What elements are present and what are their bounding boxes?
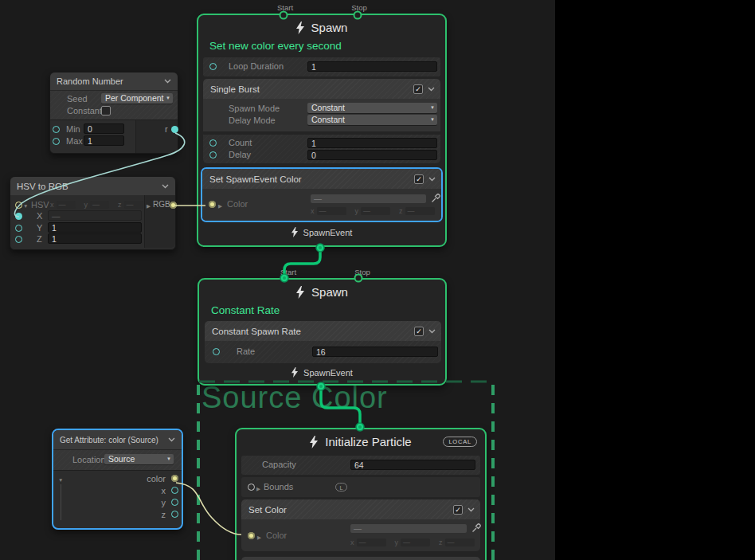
hsv-titlebar[interactable]: HSV to RGB xyxy=(10,177,175,195)
single-burst-checkbox[interactable]: ✓ xyxy=(413,84,423,94)
max-port[interactable] xyxy=(53,138,60,145)
spawn1-subtitle[interactable]: Set new color every second xyxy=(209,40,342,52)
x-field[interactable]: — xyxy=(48,210,142,221)
expand-triangle-icon[interactable]: ▼ xyxy=(58,476,63,484)
expand-triangle-icon[interactable]: ▶ xyxy=(218,202,222,210)
color-gradient-field[interactable]: — xyxy=(350,524,467,533)
color-input-port[interactable] xyxy=(248,532,255,539)
y-input-port[interactable] xyxy=(15,225,22,232)
block-chevron-icon[interactable] xyxy=(428,329,436,334)
r-output-port[interactable] xyxy=(171,126,178,133)
y-mini-field[interactable]: — xyxy=(401,538,430,546)
node-initialize-particle[interactable]: Initialize Particle LOCAL Capacity 64 ▶ … xyxy=(235,428,487,560)
z-mini-field[interactable]: — xyxy=(405,207,435,215)
block-chevron-icon[interactable] xyxy=(467,507,475,512)
z-mini-field[interactable]: — xyxy=(124,201,143,209)
hsv-port[interactable] xyxy=(15,202,22,209)
eyedropper-icon[interactable] xyxy=(471,523,481,533)
x-mini-label: x xyxy=(350,538,354,546)
collapse-chevron-icon[interactable] xyxy=(164,79,171,84)
y-output-port[interactable] xyxy=(171,499,178,506)
set-spawnevent-color-header[interactable]: Set SpawnEvent Color ✓ xyxy=(202,169,441,189)
get-attribute-titlebar[interactable]: Get Attribute: color (Source) xyxy=(53,430,182,449)
constant-spawn-rate-header[interactable]: Constant Spawn Rate ✓ xyxy=(205,321,441,341)
set-color-checkbox[interactable]: ✓ xyxy=(453,505,463,515)
set-color-header[interactable]: Set Color ✓ xyxy=(241,499,480,519)
z-output-port[interactable] xyxy=(171,511,178,518)
single-burst-ports: Count 1 Delay 0 xyxy=(203,135,440,163)
block-chevron-icon[interactable] xyxy=(428,177,436,182)
dropdown-arrow-icon: ▼ xyxy=(166,93,170,104)
min-field[interactable]: 0 xyxy=(84,123,124,134)
x-output-port[interactable] xyxy=(171,487,178,494)
y-mini-field[interactable]: — xyxy=(361,207,390,215)
x-mini-field[interactable]: — xyxy=(57,201,76,209)
expander-guide-line xyxy=(61,484,61,520)
color-gradient-field[interactable]: — xyxy=(311,194,426,203)
block-set-color[interactable]: Set Color ✓ ▶ Color — x— y— z— xyxy=(241,499,480,551)
rate-port[interactable] xyxy=(213,348,220,355)
color-output-label: color xyxy=(147,474,166,484)
single-burst-header[interactable]: Single Burst ✓ xyxy=(203,79,440,99)
x-input-port[interactable] xyxy=(15,213,22,220)
rate-label: Rate xyxy=(237,347,255,356)
z-input-port[interactable] xyxy=(15,236,22,243)
seed-dropdown[interactable]: Per Component▼ xyxy=(101,93,173,104)
location-dropdown[interactable]: Source▼ xyxy=(104,454,174,464)
count-port[interactable] xyxy=(209,139,217,147)
expand-triangle-icon[interactable]: ▼ xyxy=(23,202,28,210)
node-hsv-to-rgb[interactable]: HSV to RGB ▼ HSV x— y— z— X — Y 1 xyxy=(10,176,176,250)
bounds-port[interactable] xyxy=(248,484,255,491)
expand-triangle-icon[interactable]: ▶ xyxy=(256,485,260,492)
block-single-burst[interactable]: Single Burst ✓ Spawn Mode Constant▼ Dela… xyxy=(203,79,440,163)
x-mini-field[interactable]: — xyxy=(317,207,346,215)
x-mini-field[interactable]: — xyxy=(357,538,386,546)
eyedropper-icon[interactable] xyxy=(431,194,440,203)
spawn2-title: Spawn xyxy=(311,285,348,299)
delay-field[interactable]: 0 xyxy=(307,150,437,160)
capacity-label: Capacity xyxy=(262,460,296,469)
count-field[interactable]: 1 xyxy=(307,138,437,148)
random-number-titlebar[interactable]: Random Number xyxy=(50,72,178,90)
max-field[interactable]: 1 xyxy=(84,135,124,146)
get-attribute-settings: Location Source▼ xyxy=(53,449,182,471)
collapse-chevron-icon[interactable] xyxy=(168,437,175,442)
local-space-badge[interactable]: LOCAL xyxy=(443,437,477,447)
system-group-title[interactable]: Source Color xyxy=(201,381,388,415)
loop-duration-port[interactable] xyxy=(209,63,217,70)
loop-duration-label: Loop Duration xyxy=(229,61,284,71)
block-chevron-icon[interactable] xyxy=(428,87,435,92)
node-spawn-2[interactable]: Start Stop Spawn Constant Rate Constant … xyxy=(198,278,447,386)
delay-port[interactable] xyxy=(209,151,217,159)
collapse-chevron-icon[interactable] xyxy=(162,184,169,189)
expand-triangle-icon[interactable]: ▶ xyxy=(257,534,261,541)
node-get-attribute[interactable]: Get Attribute: color (Source) Location S… xyxy=(52,429,183,530)
y-field[interactable]: 1 xyxy=(48,222,142,233)
x-mini-label: x xyxy=(50,201,54,209)
block-set-spawnevent-color[interactable]: Set SpawnEvent Color ✓ ▶ Color — x— y— z… xyxy=(201,167,443,222)
node-random-number[interactable]: Random Number Seed Per Component▼ Consta… xyxy=(49,72,178,154)
constant-spawn-rate-checkbox[interactable]: ✓ xyxy=(414,327,424,336)
next-block-stub[interactable] xyxy=(241,557,480,560)
rgb-output-port[interactable] xyxy=(170,202,177,209)
set-spawnevent-color-checkbox[interactable]: ✓ xyxy=(414,174,424,184)
rate-field[interactable]: 16 xyxy=(312,347,438,357)
z-field[interactable]: 1 xyxy=(48,233,142,244)
min-port[interactable] xyxy=(53,126,60,133)
z-mini-field[interactable]: — xyxy=(445,538,475,546)
initialize-title: Initialize Particle xyxy=(325,435,411,448)
color-output-port[interactable] xyxy=(171,475,178,482)
y-mini-field[interactable]: — xyxy=(90,201,109,209)
loop-duration-row: Loop Duration 1 xyxy=(203,57,440,76)
color-input-port[interactable] xyxy=(209,201,216,208)
block-constant-spawn-rate[interactable]: Constant Spawn Rate ✓ Rate 16 xyxy=(205,321,441,363)
expand-triangle-icon[interactable]: ▶ xyxy=(147,202,151,210)
loop-duration-field[interactable]: 1 xyxy=(307,61,437,72)
max-label: Max xyxy=(66,136,83,146)
capacity-field[interactable]: 64 xyxy=(350,460,475,470)
spawn2-subtitle[interactable]: Constant Rate xyxy=(211,304,280,316)
node-spawn-1[interactable]: Start Stop Spawn Set new color every sec… xyxy=(197,14,447,247)
constant-checkbox[interactable] xyxy=(101,106,111,116)
delay-mode-dropdown[interactable]: Constant▼ xyxy=(307,115,437,125)
spawn-mode-dropdown[interactable]: Constant▼ xyxy=(307,103,437,113)
